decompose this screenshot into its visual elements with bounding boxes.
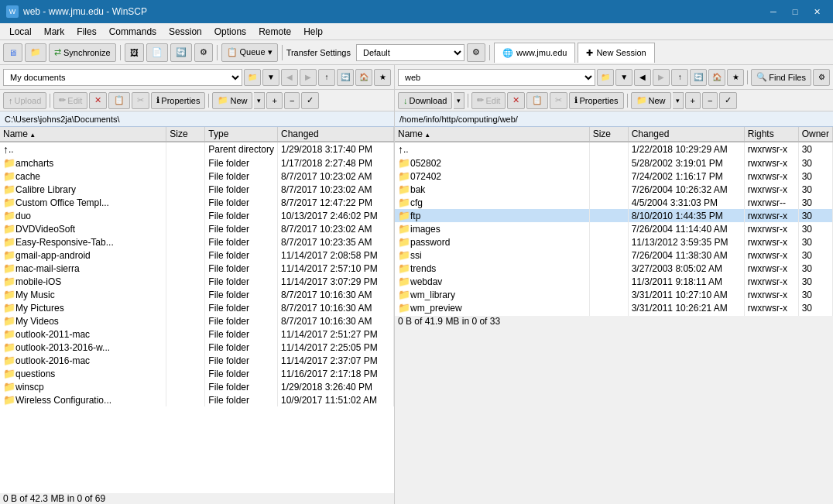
right-folder-icon[interactable]: 📁 [597,69,614,86]
minimize-button[interactable]: ─ [763,4,783,19]
left-forward-btn[interactable]: ▶ [300,69,317,86]
table-row[interactable]: 📁ssi7/26/2004 11:38:30 AMrwxrwsr-x30 [395,249,833,262]
table-row[interactable]: 📁outlook-2016-macFile folder11/14/2017 2… [0,354,394,367]
left-plus-btn[interactable]: + [266,92,282,109]
left-back-btn[interactable]: ◀ [281,69,298,86]
left-refresh-btn[interactable]: 🔄 [337,69,354,86]
new-session-tab[interactable]: ✚ New Session [578,43,654,63]
table-row[interactable]: ↑..Parent directory1/29/2018 3:17:40 PM [0,142,394,156]
left-bookmark-btn[interactable]: ★ [374,69,391,86]
left-minus-btn[interactable]: − [284,92,300,109]
toolbar-btn6[interactable]: ⚙ [194,43,213,62]
right-col-name[interactable]: Name [395,127,589,142]
table-row[interactable]: 📁Calibre LibraryFile folder8/7/2017 10:2… [0,183,394,196]
table-row[interactable]: 📁Custom Office Templ...File folder8/7/20… [0,196,394,209]
left-home-btn[interactable]: 🏠 [355,69,372,86]
table-row[interactable]: 📁password11/13/2012 3:59:35 PMrwxrwsr-x3… [395,235,833,249]
right-move-button[interactable]: ✂ [550,92,567,109]
menu-item-help[interactable]: Help [297,25,329,39]
table-row[interactable]: 📁My VideosFile folder8/7/2017 10:16:30 A… [0,314,394,327]
table-row[interactable]: 📁wm_preview3/31/2011 10:26:21 AMrwxrwsr-… [395,301,833,314]
right-back-btn[interactable]: ◀ [634,69,651,86]
left-filter-btn[interactable]: ▼ [262,69,279,86]
menu-item-local[interactable]: Local [3,25,38,39]
left-check-btn[interactable]: ✓ [301,92,319,109]
download-drop[interactable]: ▾ [454,92,464,109]
left-col-name[interactable]: Name [0,127,166,142]
close-button[interactable]: ✕ [807,4,827,19]
table-row[interactable]: 📁Easy-Responsive-Tab...File folder8/7/20… [0,235,394,249]
table-row[interactable]: 📁questionsFile folder11/16/2017 2:17:18 … [0,367,394,380]
left-col-type[interactable]: Type [205,127,278,142]
left-new-drop[interactable]: ▾ [254,92,265,109]
right-filter-btn[interactable]: ▼ [615,69,632,86]
right-new-drop[interactable]: ▾ [673,92,684,109]
table-row[interactable]: 📁trends3/27/2003 8:05:02 AMrwxrwsr-x30 [395,262,833,275]
table-row[interactable]: 📁wm_library3/31/2011 10:27:10 AMrwxrwsr-… [395,288,833,301]
right-file-list-container[interactable]: Name Size Changed Rights Owner ↑..1/22/2… [395,127,833,316]
right-copy-button[interactable]: 📋 [526,92,548,109]
toolbar-btn3[interactable]: 🖼 [125,43,144,62]
transfer-settings-btn[interactable]: ⚙ [467,43,485,62]
transfer-select[interactable]: Default [356,44,464,61]
table-row[interactable]: 📁0724027/24/2002 1:16:17 PMrwxrwsr-x30 [395,170,833,183]
table-row[interactable]: 📁mobile-iOSFile folder11/14/2017 3:07:29… [0,275,394,288]
table-row[interactable]: 📁winscpFile folder1/29/2018 3:26:40 PM [0,380,394,393]
left-folder-icon[interactable]: 📁 [244,69,261,86]
table-row[interactable]: 📁webdav11/3/2011 9:18:11 AMrwxrwsr-x30 [395,275,833,288]
left-parent-btn[interactable]: ↑ [318,69,335,86]
table-row[interactable]: 📁cfg4/5/2004 3:31:03 PMrwxrwsr--30 [395,196,833,209]
table-row[interactable]: 📁My MusicFile folder8/7/2017 10:16:30 AM [0,288,394,301]
upload-button[interactable]: ↑ Upload [3,92,46,109]
right-plus-btn[interactable]: + [685,92,701,109]
right-home-btn[interactable]: 🏠 [708,69,725,86]
toolbar-btn5[interactable]: 🔄 [170,43,192,62]
table-row[interactable]: 📁0528025/28/2002 3:19:01 PMrwxrwsr-x30 [395,156,833,170]
maximize-button[interactable]: □ [785,4,805,19]
right-col-changed[interactable]: Changed [628,127,744,142]
menu-item-commands[interactable]: Commands [103,25,163,39]
find-files-button[interactable]: 🔍 Find Files [751,69,811,86]
right-properties-button[interactable]: ℹ Properties [569,92,623,109]
left-edit-button[interactable]: ✏ Edit [53,92,87,109]
table-row[interactable]: 📁My PicturesFile folder8/7/2017 10:16:30… [0,301,394,314]
menu-item-files[interactable]: Files [70,25,102,39]
right-col-owner[interactable]: Owner [798,127,832,142]
right-new-button[interactable]: 📁 New [631,92,671,109]
table-row[interactable]: ↑..1/22/2018 10:29:29 AMrwxrwsr-x30 [395,142,833,156]
table-row[interactable]: 📁ftp8/10/2010 1:44:35 PMrwxrwsr-x30 [395,209,833,222]
table-row[interactable]: 📁DVDVideoSoftFile folder8/7/2017 10:23:0… [0,222,394,235]
right-col-rights[interactable]: Rights [744,127,798,142]
table-row[interactable]: 📁gmail-app-androidFile folder11/14/2017 … [0,249,394,262]
right-parent-btn[interactable]: ↑ [671,69,688,86]
menu-item-session[interactable]: Session [163,25,208,39]
table-row[interactable]: 📁mac-mail-sierraFile folder11/14/2017 2:… [0,262,394,275]
left-file-list-container[interactable]: Name Size Type Changed ↑..Parent directo… [0,127,394,493]
table-row[interactable]: 📁outlook-2011-macFile folder11/14/2017 2… [0,327,394,341]
left-delete-button[interactable]: ✕ [89,92,107,109]
right-delete-button[interactable]: ✕ [507,92,525,109]
table-row[interactable]: 📁images7/26/2004 11:14:40 AMrwxrwsr-x30 [395,222,833,235]
table-row[interactable]: 📁Wireless Configuratio...File folder10/9… [0,393,394,406]
table-row[interactable]: 📁outlook-2013-2016-w...File folder11/14/… [0,341,394,354]
table-row[interactable]: 📁amchartsFile folder1/17/2018 2:27:48 PM [0,156,394,170]
local-toolbar-btn1[interactable]: 🖥 [3,43,22,62]
table-row[interactable]: 📁bak7/26/2004 10:26:32 AMrwxrwsr-x30 [395,183,833,196]
right-col-size[interactable]: Size [589,127,628,142]
right-address-bar[interactable]: web [398,69,595,86]
left-new-button[interactable]: 📁 New [212,92,252,109]
left-properties-button[interactable]: ℹ Properties [151,92,205,109]
session-tab[interactable]: 🌐 www.jmu.edu [494,43,575,63]
menu-item-options[interactable]: Options [208,25,252,39]
right-check-btn[interactable]: ✓ [719,92,737,109]
right-edit-button[interactable]: ✏ Edit [471,92,506,109]
table-row[interactable]: 📁cacheFile folder8/7/2017 10:23:02 AM [0,170,394,183]
left-move-button[interactable]: ✂ [132,92,149,109]
left-address-bar[interactable]: My documents [3,69,242,86]
toolbar-btn4[interactable]: 📄 [146,43,168,62]
right-refresh-btn[interactable]: 🔄 [690,69,707,86]
left-copy-button[interactable]: 📋 [108,92,130,109]
menu-item-mark[interactable]: Mark [38,25,71,39]
menu-item-remote[interactable]: Remote [252,25,297,39]
table-row[interactable]: 📁duoFile folder10/13/2017 2:46:02 PM [0,209,394,222]
